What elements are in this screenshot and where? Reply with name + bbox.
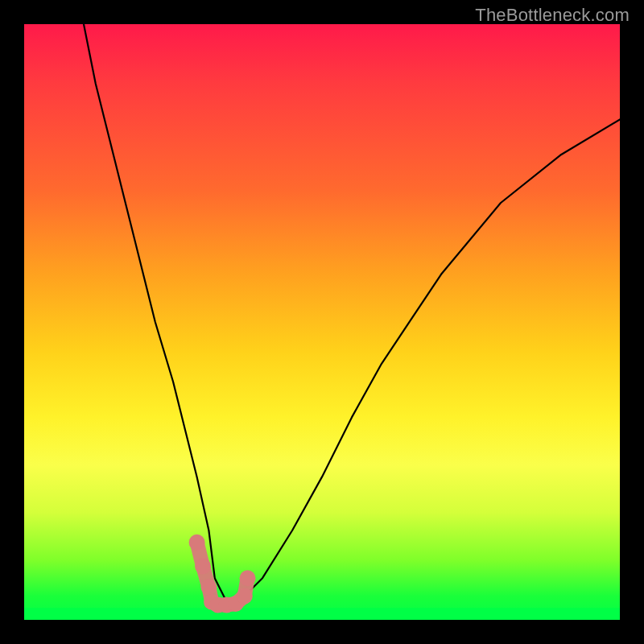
- chart-canvas: [24, 24, 620, 620]
- marker-point: [189, 535, 205, 551]
- green-baseline-band: [24, 608, 620, 620]
- plot-area: [24, 24, 620, 620]
- marker-point: [240, 570, 256, 586]
- outer-black-frame: TheBottleneck.com: [0, 0, 644, 644]
- bottleneck-curve: [84, 24, 620, 602]
- marker-point: [195, 558, 211, 574]
- marker-point: [237, 588, 253, 604]
- watermark-text: TheBottleneck.com: [475, 5, 630, 26]
- marker-point: [200, 579, 217, 595]
